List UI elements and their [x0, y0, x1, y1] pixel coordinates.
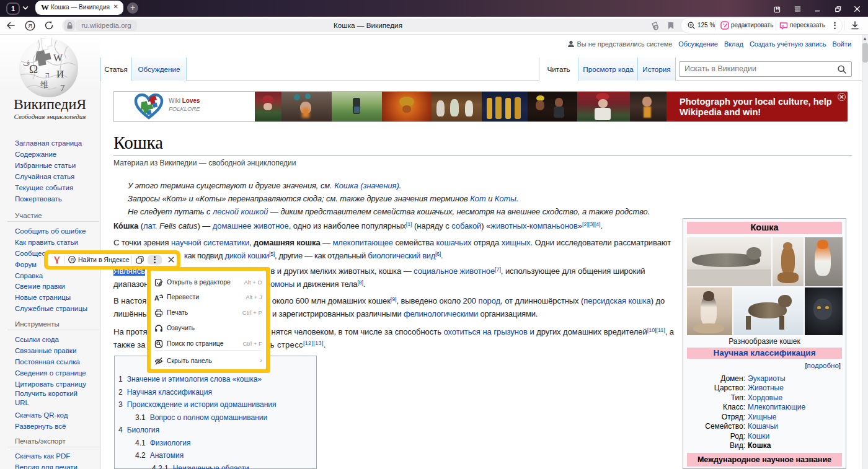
svg-text:W: W	[53, 53, 63, 63]
svg-text:Ω: Ω	[29, 63, 38, 76]
svg-text:А: А	[154, 294, 159, 302]
svg-text:И: И	[56, 68, 64, 80]
svg-text:Я: Я	[28, 22, 32, 29]
svg-text:ڤ: ڤ	[23, 59, 30, 66]
svg-text:7: 7	[60, 83, 65, 93]
svg-text:Я: Я	[70, 257, 73, 263]
svg-text:«: «	[781, 23, 784, 28]
svg-text:维: 维	[40, 80, 48, 89]
svg-text:ה: ה	[45, 71, 50, 79]
svg-text:1: 1	[655, 25, 657, 30]
